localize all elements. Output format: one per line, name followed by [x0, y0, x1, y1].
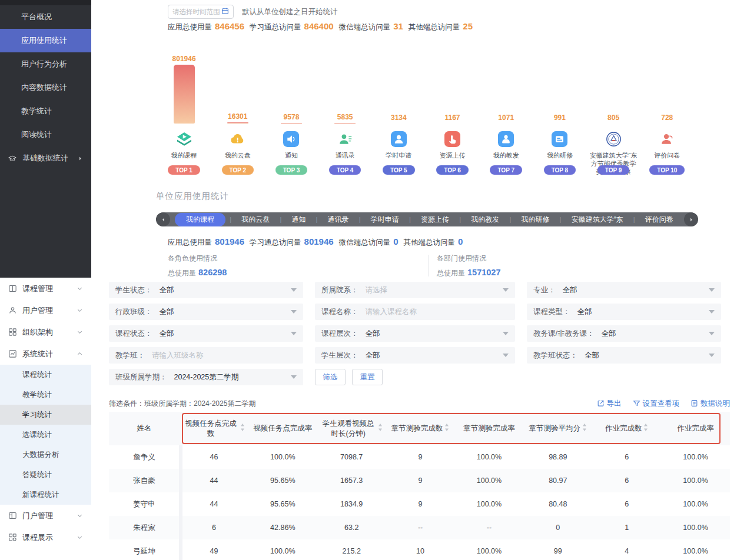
org-icon — [8, 328, 17, 336]
column-header[interactable]: 学生观看视频总时长(分钟) — [317, 419, 386, 439]
chevron-down-icon — [77, 285, 83, 292]
rank-badge: TOP 1 — [168, 165, 200, 175]
tab-3[interactable]: 通知 — [285, 214, 311, 226]
filter-select[interactable]: 课程状态：全部 — [109, 325, 303, 342]
cell-value: 6 — [592, 500, 661, 508]
chart-value-label: 5835 — [337, 113, 353, 121]
funnel-icon — [633, 399, 640, 409]
filter-select[interactable]: 学生层次：全部 — [315, 347, 515, 364]
sidebar-subitem[interactable]: 大数据分析 — [0, 445, 91, 465]
sidebar-subitem[interactable]: 新课程统计 — [0, 485, 91, 505]
tab-6[interactable]: 资源上传 — [415, 214, 455, 226]
filter-select[interactable]: 所属院系：请选择 — [315, 282, 515, 298]
action-funnel[interactable]: 设置查看项 — [633, 399, 680, 409]
column-header: 作业完成率 — [661, 424, 730, 434]
filter-select[interactable]: 班级所属学期：2024-2025第二学期 — [109, 369, 303, 385]
column-header-label: 视频任务点完成数 — [183, 419, 238, 439]
sidebar-subitem[interactable]: 答疑统计 — [0, 465, 91, 485]
sidebar-item[interactable]: 课程管理 — [0, 278, 91, 299]
sidebar-item[interactable]: 系统统计 — [0, 343, 91, 365]
tab-scroll-left-icon[interactable] — [156, 212, 170, 226]
caret-down-icon — [503, 288, 509, 292]
action-label: 导出 — [607, 399, 622, 409]
reset-button[interactable]: 重置 — [352, 369, 383, 385]
sidebar-subitem[interactable]: 学习统计 — [0, 405, 91, 425]
sidebar-item[interactable]: 组织架构 — [0, 321, 91, 343]
sidebar-item[interactable]: 课程展示 — [0, 526, 91, 548]
filter-label: 学生状态： — [115, 285, 152, 295]
filter-label: 课程名称： — [321, 307, 358, 317]
sidebar-subitem[interactable]: 选课统计 — [0, 425, 91, 445]
column-header[interactable]: 视频任务点完成数 — [180, 419, 248, 439]
column-header-label: 章节测验完成率 — [463, 424, 515, 434]
sidebar-item[interactable]: 应用使用统计 — [0, 29, 91, 52]
stat-value: 801946 — [215, 236, 244, 246]
cell-value: 215.2 — [317, 547, 386, 555]
chevron-down-icon — [77, 307, 83, 314]
chart-column: 1071我的教发TOP 7 — [479, 52, 533, 180]
tab-2[interactable]: 我的云盘 — [235, 214, 275, 226]
overview-stats: 应用总使用量846456学习通总访问量846400微信端总访问量31其他端总访问… — [168, 21, 478, 32]
stat-value: 25 — [463, 21, 473, 31]
filter-select[interactable]: 教务课/非教务课：全部 — [527, 325, 721, 342]
chart-column: 3134学时申请TOP 5 — [372, 52, 426, 180]
filter-label: 教务课/非教务课： — [533, 329, 594, 339]
tab-7[interactable]: 我的教发 — [465, 214, 505, 226]
sidebar-subitem[interactable]: 课程统计 — [0, 365, 91, 385]
tab-8[interactable]: 我的研修 — [515, 214, 555, 226]
filter-select[interactable]: 课程层次：全部 — [315, 325, 515, 342]
column-header[interactable]: 作业完成数 — [592, 424, 661, 434]
filter-button[interactable]: 筛选 — [315, 369, 346, 385]
rank-badge: TOP 3 — [275, 165, 308, 175]
cell-value: 98.89 — [523, 453, 592, 461]
sidebar-item-label: 组织架构 — [22, 327, 53, 338]
filter-input[interactable]: 教学班：请输入班级名称 — [109, 347, 303, 364]
table-row: 詹争义46100.0%7098.79100.0%98.896100.0% — [109, 445, 730, 469]
stat-label: 学习通总访问量 — [250, 22, 301, 32]
tab-10[interactable]: 评价问卷 — [639, 214, 679, 226]
filter-label: 课程层次： — [321, 329, 358, 339]
stat-label: 微信端总访问量 — [339, 22, 391, 32]
cell-value: 10 — [386, 547, 455, 555]
cell-value: 100.0% — [455, 476, 524, 485]
chart-category-label: 我的云盘 — [211, 151, 264, 160]
chart-category-label: 资源上传 — [426, 151, 479, 160]
sidebar-item[interactable]: 阅读统计 — [0, 123, 91, 146]
column-header-label: 作业完成数 — [605, 424, 642, 434]
tab-4[interactable]: 通讯录 — [322, 214, 355, 226]
sidebar-item[interactable]: 用户行为分析 — [0, 52, 91, 76]
filter-value: 全部 — [585, 351, 599, 361]
grad-cap-icon — [8, 154, 17, 163]
filter-select[interactable]: 教学班状态：全部 — [527, 347, 721, 364]
sidebar-item[interactable]: 内容数据统计 — [0, 76, 91, 99]
filter-select[interactable]: 课程类型：全部 — [527, 304, 721, 320]
filter-select[interactable]: 行政班级：全部 — [109, 304, 303, 320]
chart-category-label: 通讯录 — [318, 151, 372, 160]
sidebar-item[interactable]: 教学统计 — [0, 99, 91, 123]
date-range-input[interactable]: 请选择时间范围 — [168, 5, 234, 19]
filter-select[interactable]: 专业：全部 — [527, 282, 721, 298]
sidebar-item-label: 平台概况 — [21, 12, 52, 21]
tab-9[interactable]: 安徽建筑大学“东 — [566, 214, 629, 226]
cell-value: 99 — [523, 547, 592, 555]
sidebar-item[interactable]: 基础数据统计 — [0, 146, 91, 170]
chart-bar — [174, 65, 195, 124]
filter-input[interactable]: 课程名称：请输入课程名称 — [315, 304, 515, 320]
chart-bar — [281, 123, 302, 124]
tab-5[interactable]: 学时申请 — [365, 214, 405, 226]
tab-1[interactable]: 我的课程 — [175, 213, 225, 226]
action-export[interactable]: 导出 — [597, 399, 622, 409]
sidebar-item[interactable]: 门户管理 — [0, 505, 91, 526]
cell-value: 6 — [592, 453, 661, 461]
doc-icon — [690, 399, 698, 409]
sidebar-item[interactable]: 用户管理 — [0, 299, 91, 321]
column-header[interactable]: 章节测验平均分 — [523, 424, 592, 434]
chart-value-label: 1071 — [498, 114, 514, 122]
filter-select[interactable]: 学生状态：全部 — [109, 282, 303, 298]
sidebar-item[interactable]: 平台概况 — [0, 5, 91, 29]
column-header[interactable]: 章节测验完成数 — [386, 424, 455, 434]
tab-scroll-right-icon[interactable] — [684, 212, 698, 226]
sort-icon — [240, 424, 245, 434]
sidebar-subitem[interactable]: 教学统计 — [0, 385, 91, 405]
action-doc[interactable]: 数据说明 — [690, 399, 730, 409]
